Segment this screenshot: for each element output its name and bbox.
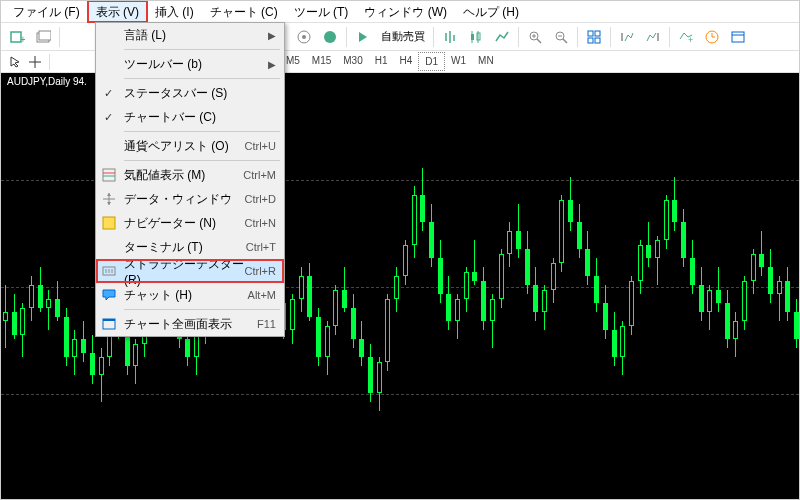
menu-item-label: 通貨ペアリスト (O)	[124, 138, 245, 155]
menu-item[interactable]: ツールバー (b)▶	[96, 52, 284, 76]
line-chart-button[interactable]	[490, 25, 514, 49]
timeframe-m15[interactable]: M15	[306, 52, 337, 71]
svg-rect-53	[103, 319, 115, 321]
menu-item-label: データ・ウィンドウ	[124, 191, 245, 208]
menubar-item[interactable]: ファイル (F)	[5, 1, 88, 22]
menu-item-label: 気配値表示 (M)	[124, 167, 243, 184]
menubar-item[interactable]: ヘルプ (H)	[455, 1, 527, 22]
menu-item-label: チャット (H)	[124, 287, 248, 304]
fullscreen-icon	[100, 315, 118, 333]
view-menu-dropdown: 言語 (L)▶ツールバー (b)▶✓ステータスバー (S)✓チャートバー (C)…	[95, 22, 285, 337]
svg-marker-37	[11, 57, 19, 67]
market-watch-icon	[100, 166, 118, 184]
cursor-button[interactable]	[5, 53, 25, 71]
timeframe-mn[interactable]: MN	[472, 52, 500, 71]
menu-shortcut: Ctrl+T	[246, 241, 276, 253]
menu-separator	[124, 160, 280, 161]
templates-button[interactable]	[726, 25, 750, 49]
chart-symbol-label: AUDJPY,Daily 94.	[3, 75, 91, 88]
menu-item[interactable]: ナビゲーター (N)Ctrl+N	[96, 211, 284, 235]
separator	[346, 27, 347, 47]
separator	[610, 27, 611, 47]
separator	[518, 27, 519, 47]
menu-separator	[124, 131, 280, 132]
menubar-item[interactable]: 挿入 (I)	[147, 1, 202, 22]
signals-button[interactable]	[318, 25, 342, 49]
bar-chart-button[interactable]	[438, 25, 462, 49]
menu-item[interactable]: ストラテジーテスター (R)Ctrl+R	[96, 259, 284, 283]
menu-item[interactable]: チャット (H)Alt+M	[96, 283, 284, 307]
svg-rect-26	[595, 31, 600, 36]
separator	[669, 27, 670, 47]
svg-text:+: +	[688, 35, 693, 45]
data-window-icon	[100, 190, 118, 208]
menu-item[interactable]: チャート全画面表示F11	[96, 312, 284, 336]
indicators-button[interactable]: +	[674, 25, 698, 49]
menu-item[interactable]: 言語 (L)▶	[96, 23, 284, 47]
svg-marker-46	[107, 202, 111, 205]
svg-rect-35	[732, 32, 744, 42]
timeframe-h1[interactable]: H1	[369, 52, 394, 71]
separator	[433, 27, 434, 47]
separator	[59, 27, 60, 47]
svg-rect-47	[103, 217, 115, 229]
timeframe-w1[interactable]: W1	[445, 52, 472, 71]
menu-separator	[124, 49, 280, 50]
menu-shortcut: Alt+M	[248, 289, 276, 301]
tile-windows-button[interactable]	[582, 25, 606, 49]
timeframe-m30[interactable]: M30	[337, 52, 368, 71]
navigator-icon	[100, 214, 118, 232]
svg-rect-28	[595, 38, 600, 43]
menu-shortcut: Ctrl+M	[243, 169, 276, 181]
chat-icon	[100, 286, 118, 304]
menubar-item[interactable]: チャート (C)	[202, 1, 286, 22]
check-icon: ✓	[104, 87, 113, 100]
menu-item[interactable]: ✓ステータスバー (S)	[96, 81, 284, 105]
svg-line-19	[537, 39, 541, 43]
menu-item[interactable]: 通貨ペアリスト (O)Ctrl+U	[96, 134, 284, 158]
menu-separator	[124, 78, 280, 79]
menubar-item[interactable]: ウィンドウ (W)	[356, 1, 455, 22]
menubar-item[interactable]: ツール (T)	[286, 1, 357, 22]
menu-shortcut: Ctrl+N	[245, 217, 276, 229]
menu-item[interactable]: データ・ウィンドウCtrl+D	[96, 187, 284, 211]
svg-rect-25	[588, 31, 593, 36]
menu-item[interactable]: 気配値表示 (M)Ctrl+M	[96, 163, 284, 187]
submenu-arrow-icon: ▶	[268, 59, 276, 70]
menu-item[interactable]: ✓チャートバー (C)	[96, 105, 284, 129]
menu-shortcut: Ctrl+R	[245, 265, 276, 277]
timeframe-h4[interactable]: H4	[394, 52, 419, 71]
menu-item-label: ターミナル (T)	[124, 239, 246, 256]
menu-item-label: ナビゲーター (N)	[124, 215, 245, 232]
menu-separator	[124, 309, 280, 310]
svg-rect-40	[103, 169, 115, 181]
menu-item-label: ツールバー (b)	[124, 56, 268, 73]
crosshair-button[interactable]	[25, 53, 45, 71]
menu-item-label: 言語 (L)	[124, 27, 268, 44]
menu-shortcut: Ctrl+U	[245, 140, 276, 152]
shift-button[interactable]	[615, 25, 639, 49]
periodicity-button[interactable]	[700, 25, 724, 49]
candle-chart-button[interactable]	[464, 25, 488, 49]
profiles-button[interactable]	[31, 25, 55, 49]
new-chart-button[interactable]: +	[5, 25, 29, 49]
metaquotes-button[interactable]	[292, 25, 316, 49]
autotrading-label: 自動売買	[377, 29, 429, 44]
autotrading-button[interactable]	[351, 25, 375, 49]
svg-rect-3	[39, 31, 51, 40]
menu-item-label: チャート全画面表示	[124, 316, 257, 333]
menu-shortcut: Ctrl+D	[245, 193, 276, 205]
svg-text:+: +	[20, 34, 25, 45]
separator	[577, 27, 578, 47]
zoom-out-button[interactable]	[549, 25, 573, 49]
separator	[49, 54, 50, 70]
menu-item-label: チャートバー (C)	[124, 109, 276, 126]
zoom-in-button[interactable]	[523, 25, 547, 49]
menubar-item[interactable]: 表示 (V)	[88, 1, 147, 22]
tester-icon	[100, 262, 118, 280]
autoscroll-button[interactable]	[641, 25, 665, 49]
check-icon: ✓	[104, 111, 113, 124]
svg-marker-45	[107, 193, 111, 196]
timeframe-d1[interactable]: D1	[418, 52, 445, 71]
svg-point-8	[302, 35, 306, 39]
